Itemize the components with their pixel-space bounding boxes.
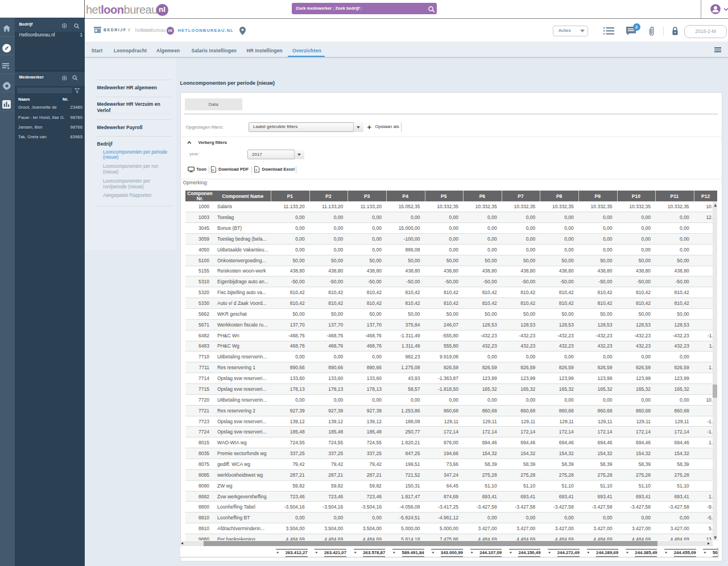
svg-text:A: A (212, 168, 214, 172)
svg-text:x: x (255, 168, 258, 172)
